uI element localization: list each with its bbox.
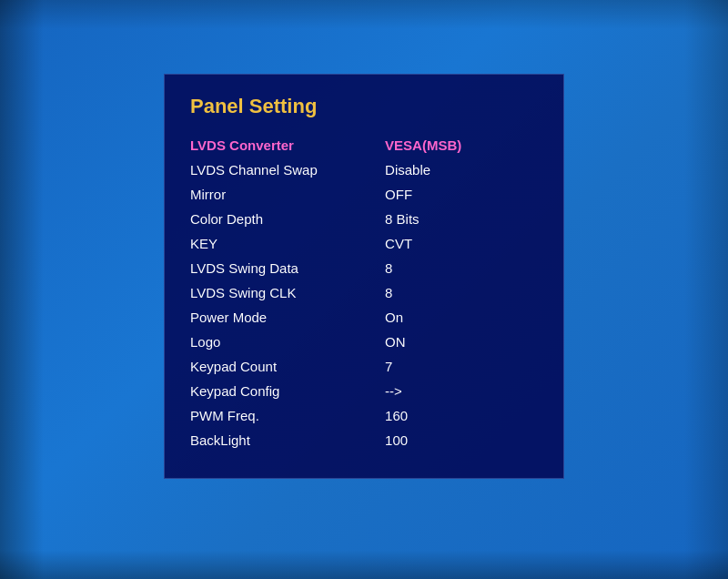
table-row[interactable]: LVDS ConverterVESA(MSB): [190, 133, 538, 157]
setting-label: KEY: [190, 231, 381, 256]
table-row[interactable]: Power ModeOn: [190, 305, 538, 330]
setting-label: Power Mode: [190, 305, 381, 330]
setting-value: 100: [381, 428, 538, 452]
setting-value: ON: [381, 330, 538, 354]
panel-title: Panel Setting: [190, 95, 538, 118]
setting-label: LVDS Swing CLK: [190, 280, 381, 305]
setting-value: OFF: [381, 182, 538, 207]
setting-value: 160: [381, 403, 538, 428]
table-row[interactable]: LogoON: [190, 330, 538, 354]
setting-value: CVT: [381, 231, 538, 256]
screen-background: Panel Setting LVDS ConverterVESA(MSB)LVD…: [0, 0, 728, 579]
setting-value: 8: [381, 280, 538, 305]
table-row[interactable]: LVDS Channel SwapDisable: [190, 157, 538, 182]
setting-label: Logo: [190, 330, 381, 354]
settings-table: LVDS ConverterVESA(MSB)LVDS Channel Swap…: [190, 133, 538, 452]
table-row[interactable]: KEYCVT: [190, 231, 538, 256]
setting-label: LVDS Swing Data: [190, 256, 381, 280]
setting-label: Color Depth: [190, 207, 381, 231]
table-row[interactable]: MirrorOFF: [190, 182, 538, 207]
table-row[interactable]: LVDS Swing CLK8: [190, 280, 538, 305]
table-row[interactable]: Keypad Config-->: [190, 379, 538, 403]
setting-value: VESA(MSB): [381, 133, 538, 157]
setting-value: -->: [381, 379, 538, 403]
setting-value: 8 Bits: [381, 207, 538, 231]
setting-label: PWM Freq.: [190, 403, 381, 428]
setting-value: 7: [381, 354, 538, 379]
setting-label: BackLight: [190, 428, 381, 452]
setting-label: LVDS Converter: [190, 133, 381, 157]
setting-value: 8: [381, 256, 538, 280]
table-row[interactable]: Keypad Count7: [190, 354, 538, 379]
setting-label: Keypad Count: [190, 354, 381, 379]
panel-settings-box: Panel Setting LVDS ConverterVESA(MSB)LVD…: [164, 74, 564, 479]
table-row[interactable]: LVDS Swing Data8: [190, 256, 538, 280]
setting-label: Keypad Config: [190, 379, 381, 403]
setting-label: Mirror: [190, 182, 381, 207]
table-row[interactable]: PWM Freq.160: [190, 403, 538, 428]
setting-value: On: [381, 305, 538, 330]
table-row[interactable]: Color Depth8 Bits: [190, 207, 538, 231]
table-row[interactable]: BackLight100: [190, 428, 538, 452]
setting-label: LVDS Channel Swap: [190, 157, 381, 182]
setting-value: Disable: [381, 157, 538, 182]
